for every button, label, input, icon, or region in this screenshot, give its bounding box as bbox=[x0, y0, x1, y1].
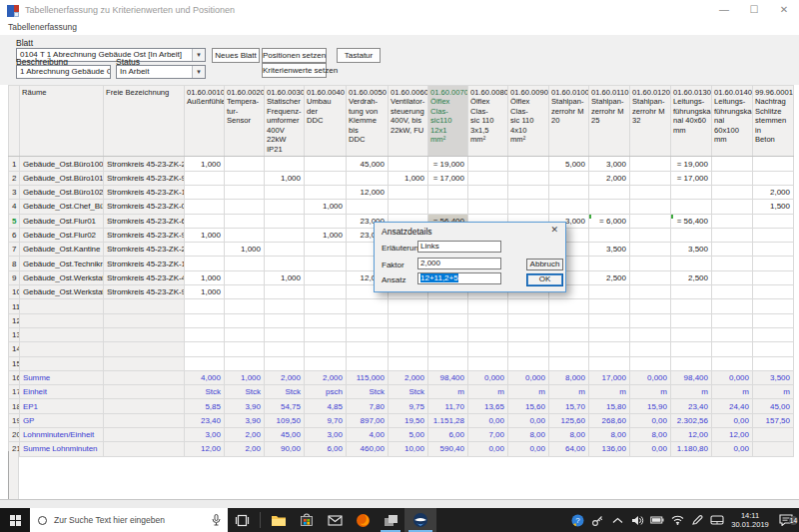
value-cell[interactable]: 1,000 bbox=[185, 270, 225, 284]
room-cell[interactable]: Gebäude_Ost.Kantine bbox=[20, 243, 104, 257]
value-cell[interactable] bbox=[549, 299, 589, 313]
value-cell[interactable] bbox=[185, 185, 225, 199]
value-cell[interactable] bbox=[712, 171, 753, 185]
value-cell[interactable] bbox=[389, 157, 428, 171]
freie-bezeichnung-column-header[interactable]: Freie Bezeichnung bbox=[104, 86, 185, 157]
value-cell[interactable] bbox=[712, 243, 753, 257]
value-cell[interactable] bbox=[753, 313, 794, 327]
minimize-button[interactable]: — bbox=[709, 0, 739, 22]
value-cell[interactable] bbox=[468, 313, 508, 327]
column-header-01.60.0040[interactable]: 01.60.0040Umbau derDDC bbox=[305, 86, 347, 157]
value-cell[interactable] bbox=[428, 200, 468, 214]
value-cell[interactable] bbox=[347, 200, 389, 214]
room-cell[interactable] bbox=[20, 327, 104, 341]
value-cell[interactable] bbox=[389, 327, 428, 341]
room-cell[interactable] bbox=[20, 342, 104, 356]
value-cell[interactable] bbox=[671, 342, 712, 356]
column-header-01.60.0020[interactable]: 01.60.0020Tempera-tur-Sensor bbox=[225, 86, 265, 157]
mail-button[interactable] bbox=[321, 508, 349, 532]
value-cell[interactable] bbox=[549, 200, 589, 214]
abbruch-button[interactable]: Abbruch bbox=[526, 259, 563, 270]
value-cell[interactable] bbox=[468, 200, 508, 214]
column-header-01.60.0090[interactable]: 01.60.0090Ölflex Clas-sic 110 4x10mm² bbox=[508, 86, 549, 157]
value-cell[interactable] bbox=[630, 228, 671, 242]
column-header-01.60.0030[interactable]: 01.60.0030StatischerFrequenz-umformer400… bbox=[265, 86, 305, 157]
value-cell[interactable] bbox=[753, 270, 794, 284]
menu-tabellenerfassung[interactable]: Tabellenerfassung bbox=[8, 22, 77, 32]
value-cell[interactable] bbox=[753, 243, 794, 257]
task-view-button[interactable] bbox=[228, 508, 256, 532]
value-cell[interactable] bbox=[549, 185, 589, 199]
value-cell[interactable] bbox=[428, 356, 468, 370]
column-header-99.96.0001[interactable]: 99.96.0001NachtragSchlitzestemmen inBeto… bbox=[753, 86, 794, 157]
value-cell[interactable] bbox=[589, 285, 630, 299]
description-cell[interactable] bbox=[104, 356, 185, 370]
taskbar-search-box[interactable]: Zur Suche Text hier eingeben bbox=[30, 508, 228, 532]
value-cell[interactable] bbox=[589, 327, 630, 341]
help-tray-button[interactable]: ? bbox=[567, 514, 587, 527]
row-number-cell[interactable]: 20 bbox=[9, 428, 20, 442]
value-cell[interactable] bbox=[712, 257, 753, 270]
value-cell[interactable]: = 19,000 bbox=[671, 157, 712, 171]
value-cell[interactable] bbox=[389, 299, 428, 313]
value-cell[interactable]: 1,000 bbox=[389, 171, 428, 185]
value-cell[interactable] bbox=[671, 257, 712, 270]
value-cell[interactable] bbox=[589, 257, 630, 270]
value-cell[interactable] bbox=[225, 157, 265, 171]
value-cell[interactable]: 3,500 bbox=[589, 243, 630, 257]
value-cell[interactable] bbox=[508, 299, 549, 313]
value-cell[interactable]: = 56,400 bbox=[671, 214, 712, 228]
status-combobox[interactable]: In Arbeit ▼ bbox=[116, 65, 206, 79]
row-number-cell[interactable]: 15 bbox=[9, 356, 20, 370]
remote-app-button[interactable] bbox=[377, 508, 404, 532]
room-cell[interactable]: Gebäude_Ost.Büro101 bbox=[20, 171, 104, 185]
microphone-icon[interactable] bbox=[212, 514, 221, 526]
value-cell[interactable] bbox=[753, 299, 794, 313]
column-header-01.60.0060[interactable]: 01.60.0060Ventilator-steuerung400V, bis2… bbox=[389, 86, 428, 157]
value-cell[interactable] bbox=[712, 157, 753, 171]
value-cell[interactable]: 45,000 bbox=[347, 157, 389, 171]
value-cell[interactable] bbox=[305, 214, 347, 228]
room-cell[interactable] bbox=[20, 313, 104, 327]
neues-blatt-button[interactable]: Neues Blatt bbox=[212, 48, 260, 63]
value-cell[interactable] bbox=[389, 313, 428, 327]
value-cell[interactable] bbox=[347, 342, 389, 356]
pen-tray-button[interactable] bbox=[687, 514, 707, 526]
column-header-01.60.0110[interactable]: 01.60.0110Stahlpan-zerrohr M25 bbox=[589, 86, 630, 157]
value-cell[interactable] bbox=[185, 356, 225, 370]
value-cell[interactable] bbox=[468, 327, 508, 341]
row-number-cell[interactable]: 1 bbox=[9, 157, 20, 171]
value-cell[interactable] bbox=[753, 157, 794, 171]
value-cell[interactable] bbox=[305, 171, 347, 185]
value-cell[interactable] bbox=[712, 299, 753, 313]
row-number-cell[interactable]: 7 bbox=[9, 243, 20, 257]
column-header-01.60.0140[interactable]: 01.60.0140Leitungs-führungska-nal 60x100… bbox=[712, 86, 753, 157]
kriterienwerte-setzen-button[interactable]: Kriterienwerte setzen bbox=[262, 63, 327, 78]
column-header-01.60.0010[interactable]: 01.60.0010Außenfühler bbox=[185, 86, 225, 157]
description-cell[interactable]: Stromkreis 45-23-ZK-24 bbox=[104, 243, 185, 257]
value-cell[interactable] bbox=[185, 214, 225, 228]
row-number-cell[interactable]: 4 bbox=[9, 200, 20, 214]
value-cell[interactable] bbox=[589, 200, 630, 214]
value-cell[interactable] bbox=[468, 342, 508, 356]
file-explorer-button[interactable] bbox=[265, 508, 293, 532]
value-cell[interactable] bbox=[630, 214, 671, 228]
value-cell[interactable] bbox=[630, 285, 671, 299]
value-cell[interactable] bbox=[265, 299, 305, 313]
value-cell[interactable] bbox=[549, 327, 589, 341]
value-cell[interactable] bbox=[630, 270, 671, 284]
taskbar-clock[interactable]: 14:11 30.01.2019 bbox=[727, 511, 773, 529]
room-cell[interactable]: Gebäude_Ost.Chef_Büro bbox=[20, 200, 104, 214]
value-cell[interactable] bbox=[630, 327, 671, 341]
value-cell[interactable] bbox=[753, 214, 794, 228]
description-cell[interactable] bbox=[104, 299, 185, 313]
value-cell[interactable] bbox=[389, 185, 428, 199]
positionen-setzen-button[interactable]: Positionen setzen bbox=[262, 48, 327, 63]
value-cell[interactable]: = 19,000 bbox=[428, 157, 468, 171]
value-cell[interactable]: = 17,000 bbox=[671, 171, 712, 185]
row-number-cell[interactable]: 16 bbox=[9, 370, 20, 384]
value-cell[interactable] bbox=[347, 299, 389, 313]
column-header-01.60.0080[interactable]: 01.60.0080Ölflex Clas-sic 1103x1,5 mm² bbox=[468, 86, 508, 157]
value-cell[interactable] bbox=[589, 356, 630, 370]
value-cell[interactable] bbox=[265, 342, 305, 356]
